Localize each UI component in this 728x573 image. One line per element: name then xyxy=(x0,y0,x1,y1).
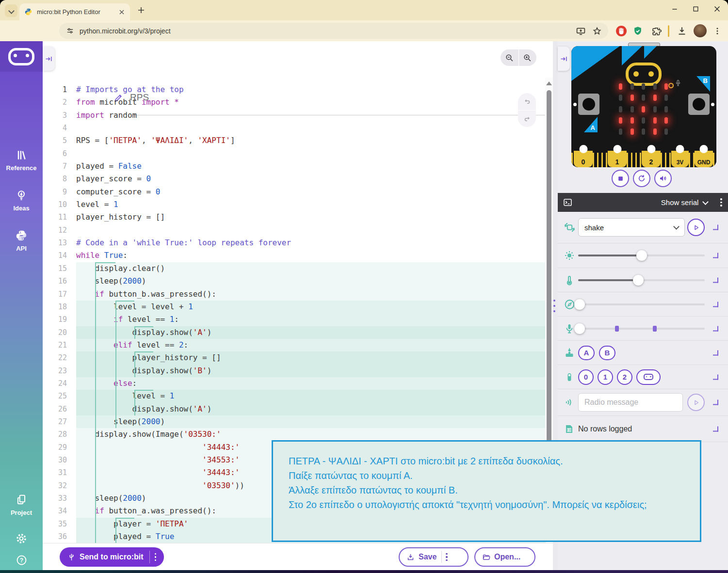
code-line[interactable]: 27 sleep(2000) xyxy=(43,415,546,428)
chevron-down-icon[interactable] xyxy=(703,199,709,205)
send-options-icon[interactable] xyxy=(155,553,157,561)
maximize-icon[interactable] xyxy=(692,5,699,13)
sim-button-a[interactable]: A xyxy=(578,346,595,360)
save-button[interactable]: Save xyxy=(399,547,469,567)
code-line[interactable]: 16 sleep(2000) xyxy=(43,275,546,287)
code-line[interactable]: 2from microbit import * xyxy=(43,96,546,109)
profile-avatar[interactable] xyxy=(694,24,707,37)
sidebar-item-project[interactable]: Project xyxy=(0,493,43,516)
code-line[interactable]: 18 level = level + 1 xyxy=(43,301,546,313)
expand-compass-icon[interactable] xyxy=(713,302,718,307)
code-line[interactable]: 6 xyxy=(43,147,546,160)
microbit-logo[interactable] xyxy=(0,41,43,72)
expand-radio-icon[interactable] xyxy=(713,400,718,405)
show-serial-label[interactable]: Show serial xyxy=(661,198,699,207)
zoom-out-button[interactable] xyxy=(501,49,518,66)
tab-search-button[interactable] xyxy=(5,4,17,17)
code-line[interactable]: 7played = False xyxy=(43,160,546,173)
stop-simulator-button[interactable] xyxy=(612,170,629,187)
temperature-slider-thumb[interactable] xyxy=(633,275,644,286)
settings-gear-button[interactable] xyxy=(0,532,43,545)
expand-temperature-icon[interactable] xyxy=(713,277,718,283)
tab-close-icon[interactable] xyxy=(118,9,125,16)
reset-simulator-button[interactable] xyxy=(633,170,650,187)
download-icon[interactable] xyxy=(676,25,688,37)
browser-tab[interactable]: micro:bit Python Editor xyxy=(19,3,130,20)
microphone-slider-thumb[interactable] xyxy=(574,323,585,334)
code-text: if level == 1: xyxy=(76,313,546,326)
scroll-up-arrow[interactable] xyxy=(546,81,552,85)
sidebar-item-api[interactable]: API xyxy=(0,229,43,252)
sidebar-item-reference[interactable]: Reference xyxy=(0,149,43,172)
browser-menu-icon[interactable] xyxy=(711,25,724,37)
code-line[interactable]: 14while True: xyxy=(43,249,546,262)
code-line[interactable]: 20 display.show('A') xyxy=(43,326,546,339)
sim-pin-2[interactable]: 2 xyxy=(617,369,632,385)
radio-message-input[interactable] xyxy=(578,393,683,412)
sim-button-b[interactable]: B xyxy=(599,346,615,360)
code-line[interactable]: 9computer_score = 0 xyxy=(43,186,546,198)
pin-logo-touch-button[interactable] xyxy=(636,369,661,385)
help-button[interactable]: ? xyxy=(0,554,43,566)
code-line[interactable]: 23 display.show('B') xyxy=(43,365,546,377)
mic-threshold-marker[interactable] xyxy=(615,326,619,332)
chevron-down-icon xyxy=(8,8,15,14)
drag-handle-dots[interactable] xyxy=(553,300,555,312)
collapse-simulator-button[interactable] xyxy=(558,47,570,71)
compass-slider-thumb[interactable] xyxy=(574,299,585,310)
code-line[interactable]: 4 xyxy=(43,122,546,134)
expand-microphone-icon[interactable] xyxy=(713,326,718,331)
code-line[interactable]: 5RPS = ['ΠΕΤΡΑ', 'ΨΑΛΙΔΙ', 'ΧΑΡΤΙ'] xyxy=(43,134,546,147)
gesture-select[interactable]: shake xyxy=(578,218,685,237)
compass-slider[interactable] xyxy=(578,303,705,305)
new-tab-button[interactable] xyxy=(137,6,146,15)
send-gesture-button[interactable] xyxy=(687,219,705,236)
bookmark-star-icon[interactable] xyxy=(591,25,603,37)
mute-audio-button[interactable] xyxy=(654,170,672,187)
adblock-extension-icon[interactable] xyxy=(615,25,628,37)
save-options-icon[interactable] xyxy=(446,553,448,561)
code-line[interactable]: 25 level = 1 xyxy=(43,390,546,402)
code-line[interactable]: 12 xyxy=(43,224,546,237)
code-line[interactable]: 15 display.clear() xyxy=(43,262,546,275)
code-line[interactable]: 26 display.show('A') xyxy=(43,403,546,415)
install-app-icon[interactable] xyxy=(574,25,587,37)
site-settings-icon[interactable] xyxy=(66,27,74,35)
code-line[interactable]: 13# Code in a 'while True:' loop repeats… xyxy=(43,237,546,249)
expand-datalog-icon[interactable] xyxy=(713,426,718,431)
code-line[interactable]: 11player_history = [] xyxy=(43,211,546,223)
expand-buttons-icon[interactable] xyxy=(713,350,718,355)
code-line[interactable]: 8player_score = 0 xyxy=(43,173,546,185)
expand-brightness-icon[interactable] xyxy=(713,253,718,258)
minimize-icon[interactable] xyxy=(671,5,679,13)
sidebar-item-ideas[interactable]: Ideas xyxy=(0,189,43,212)
code-line[interactable]: 19 if level == 1: xyxy=(43,313,546,326)
expand-pins-icon[interactable] xyxy=(713,374,718,380)
code-line[interactable]: 3import random xyxy=(43,109,546,122)
send-to-microbit-button[interactable]: Send to micro:bit xyxy=(60,547,164,567)
code-line[interactable]: 28 display.show(Image('03530:' xyxy=(43,428,546,441)
board-button-a[interactable] xyxy=(578,94,599,115)
zoom-in-button[interactable] xyxy=(518,49,537,66)
address-bar[interactable]: python.microbit.org/v/3/project xyxy=(59,23,608,39)
code-line[interactable]: 17 if button_b.was_pressed(): xyxy=(43,288,546,301)
expand-gesture-icon[interactable] xyxy=(713,225,718,230)
collapse-sidebar-button[interactable] xyxy=(43,47,55,71)
privacy-shield-extension-icon[interactable] xyxy=(631,25,644,37)
brightness-slider-thumb[interactable] xyxy=(636,250,647,261)
code-line[interactable]: 24 else: xyxy=(43,377,546,390)
close-icon[interactable] xyxy=(713,5,721,13)
board-button-b[interactable] xyxy=(688,94,710,115)
code-line[interactable]: 21 elif level == 2: xyxy=(43,339,546,351)
code-line[interactable]: 22 player_history = [] xyxy=(43,351,546,364)
send-radio-button[interactable] xyxy=(687,394,705,411)
code-line[interactable]: 1# Imports go at the top xyxy=(43,83,546,96)
open-button[interactable]: Open... xyxy=(474,547,535,567)
sim-pin-1[interactable]: 1 xyxy=(598,369,613,385)
mic-threshold-marker[interactable] xyxy=(653,326,657,332)
code-line[interactable]: 10level = 1 xyxy=(43,198,546,211)
serial-menu-icon[interactable] xyxy=(720,198,722,207)
extensions-puzzle-icon[interactable] xyxy=(650,25,663,37)
microphone-slider[interactable] xyxy=(578,328,705,330)
sim-pin-0[interactable]: 0 xyxy=(578,369,594,385)
